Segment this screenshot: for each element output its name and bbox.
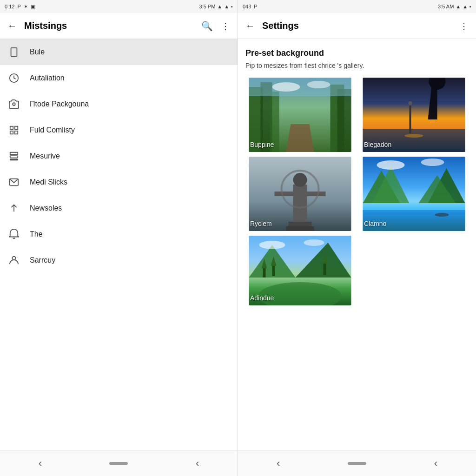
svg-rect-54 bbox=[272, 266, 275, 276]
bg-label-adindue: Adindue bbox=[250, 294, 274, 302]
bg-item-buppine[interactable]: Buppine bbox=[245, 78, 355, 152]
left-nav-back2[interactable]: ‹ bbox=[186, 454, 208, 473]
arrow-up-icon bbox=[7, 202, 20, 215]
left-nav-back[interactable]: ‹ bbox=[29, 454, 51, 473]
clock-icon bbox=[7, 72, 20, 85]
svg-rect-52 bbox=[263, 268, 266, 278]
left-signal-icon: ▲ bbox=[224, 4, 229, 9]
bg-item-clamno[interactable]: Clamno bbox=[359, 157, 469, 231]
camera-icon bbox=[7, 98, 20, 111]
menu-label-autaliation: Autaliation bbox=[30, 74, 65, 82]
right-status-right: 3:5 AM ▲ ▲ ▪ bbox=[438, 4, 471, 9]
left-menu-list: Bule Autaliation Πtode Packgouna bbox=[0, 39, 238, 450]
right-back-button[interactable]: ← bbox=[244, 20, 257, 33]
left-header-title: Mistsings bbox=[24, 20, 195, 31]
svg-rect-8 bbox=[10, 152, 18, 155]
right-nav-back2[interactable]: ‹ bbox=[425, 454, 447, 473]
right-status-bar: 043 P 3:5 AM ▲ ▲ ▪ bbox=[238, 0, 476, 13]
menu-item-newsoles[interactable]: Newsoles bbox=[0, 195, 238, 221]
right-nav-back[interactable]: ‹ bbox=[267, 454, 289, 473]
menu-item-mesurive[interactable]: Mesurive bbox=[0, 143, 238, 169]
left-panel: 0:12 P ✶ ▣ 3:5 PM ▲ ▲ ▪ ← Mistsings 🔍 ⋮ bbox=[0, 0, 238, 476]
menu-label-newsoles: Newsoles bbox=[30, 204, 62, 212]
menu-label-sarrcuy: Sarrcuy bbox=[30, 256, 55, 264]
background-grid: Buppine bbox=[245, 78, 469, 305]
svg-point-3 bbox=[13, 103, 15, 106]
svg-marker-20 bbox=[286, 124, 314, 152]
svg-rect-28 bbox=[410, 106, 411, 133]
menu-label-medi-slicks: Medi Slicks bbox=[30, 178, 67, 186]
svg-point-13 bbox=[12, 257, 15, 260]
left-status-left: 0:12 P ✶ ▣ bbox=[5, 4, 35, 10]
menu-label-mode-packgouna: Πtode Packgouna bbox=[30, 100, 89, 108]
menu-item-sarrcuy[interactable]: Sarrcuy bbox=[0, 247, 238, 273]
bg-item-ryclem[interactable]: Ryclem bbox=[245, 157, 355, 231]
bg-label-clamno: Clamno bbox=[364, 220, 386, 227]
menu-label-fuld-comlisty: Fuld Comlisty bbox=[30, 126, 75, 134]
right-status-left: 043 P bbox=[243, 4, 258, 9]
svg-rect-19 bbox=[337, 89, 351, 152]
bg-label-blegadon: Blegadon bbox=[364, 141, 391, 148]
alert-icon bbox=[7, 228, 20, 241]
left-status-right: 3:5 PM ▲ ▲ ▪ bbox=[199, 4, 233, 9]
phone-icon bbox=[7, 46, 20, 59]
menu-label-bule: Bule bbox=[30, 48, 45, 56]
left-sim-icon: ▣ bbox=[31, 4, 35, 10]
left-p-icon: P bbox=[17, 4, 20, 9]
right-time: 043 bbox=[243, 4, 251, 9]
svg-point-30 bbox=[405, 134, 423, 138]
svg-point-47 bbox=[435, 213, 449, 217]
svg-rect-25 bbox=[363, 129, 465, 152]
left-back-button[interactable]: ← bbox=[6, 20, 19, 33]
list-icon bbox=[7, 150, 20, 163]
svg-rect-32 bbox=[293, 185, 307, 222]
left-wifi-icon: ▲ bbox=[217, 4, 222, 9]
bg-label-buppine: Buppine bbox=[250, 141, 274, 148]
svg-rect-56 bbox=[324, 264, 326, 275]
left-battery-icon: ▪ bbox=[231, 4, 233, 9]
menu-item-bule[interactable]: Bule bbox=[0, 39, 238, 65]
right-panel: 043 P 3:5 AM ▲ ▲ ▪ ← Settings ⋮ Pre-set … bbox=[238, 0, 476, 476]
menu-item-the[interactable]: The bbox=[0, 221, 238, 247]
svg-rect-5 bbox=[15, 126, 18, 129]
grid-icon bbox=[7, 124, 20, 137]
svg-rect-38 bbox=[286, 226, 314, 231]
svg-rect-6 bbox=[10, 131, 13, 134]
menu-item-autaliation[interactable]: Autaliation bbox=[0, 65, 238, 91]
left-search-button[interactable]: 🔍 bbox=[200, 20, 213, 33]
left-more-button[interactable]: ⋮ bbox=[219, 20, 232, 33]
right-right-time: 3:5 AM bbox=[438, 4, 454, 9]
menu-item-mode-packgouna[interactable]: Πtode Packgouna bbox=[0, 91, 238, 117]
svg-point-22 bbox=[272, 82, 300, 92]
right-p-icon: P bbox=[254, 4, 257, 9]
svg-rect-7 bbox=[15, 131, 18, 134]
menu-item-fuld-comlisty[interactable]: Fuld Comlisty bbox=[0, 117, 238, 143]
svg-point-45 bbox=[421, 159, 444, 166]
right-more-button[interactable]: ⋮ bbox=[457, 20, 470, 33]
left-nav-pill bbox=[109, 462, 128, 465]
menu-label-the: The bbox=[30, 230, 43, 238]
right-header-title: Settings bbox=[262, 20, 452, 31]
left-app-header: ← Mistsings 🔍 ⋮ bbox=[0, 13, 238, 39]
right-battery-icon: ▪ bbox=[469, 4, 471, 9]
bg-item-blegadon[interactable]: Blegadon bbox=[359, 78, 469, 152]
mail-icon bbox=[7, 176, 20, 189]
left-status-bar: 0:12 P ✶ ▣ 3:5 PM ▲ ▲ ▪ bbox=[0, 0, 238, 13]
person-icon bbox=[7, 254, 20, 267]
right-bottom-nav: ‹ ‹ bbox=[238, 450, 476, 476]
right-signal-icon: ▲ bbox=[463, 4, 468, 9]
svg-point-58 bbox=[259, 241, 285, 249]
svg-rect-10 bbox=[10, 159, 18, 160]
section-desc: Pip to mesizes from flest chrice 's gall… bbox=[245, 62, 469, 69]
left-right-time: 3:5 PM bbox=[199, 4, 215, 9]
svg-rect-34 bbox=[275, 192, 300, 196]
section-title: Pre-set background bbox=[245, 48, 469, 58]
right-wifi-icon: ▲ bbox=[456, 4, 461, 9]
menu-item-medi-slicks[interactable]: Medi Slicks bbox=[0, 169, 238, 195]
svg-rect-35 bbox=[300, 192, 326, 196]
bg-item-adindue[interactable]: Adindue bbox=[245, 236, 355, 305]
left-bt-icon: ✶ bbox=[24, 4, 28, 10]
svg-point-29 bbox=[409, 101, 412, 105]
bg-label-ryclem: Ryclem bbox=[250, 220, 272, 227]
left-time: 0:12 bbox=[5, 4, 14, 9]
